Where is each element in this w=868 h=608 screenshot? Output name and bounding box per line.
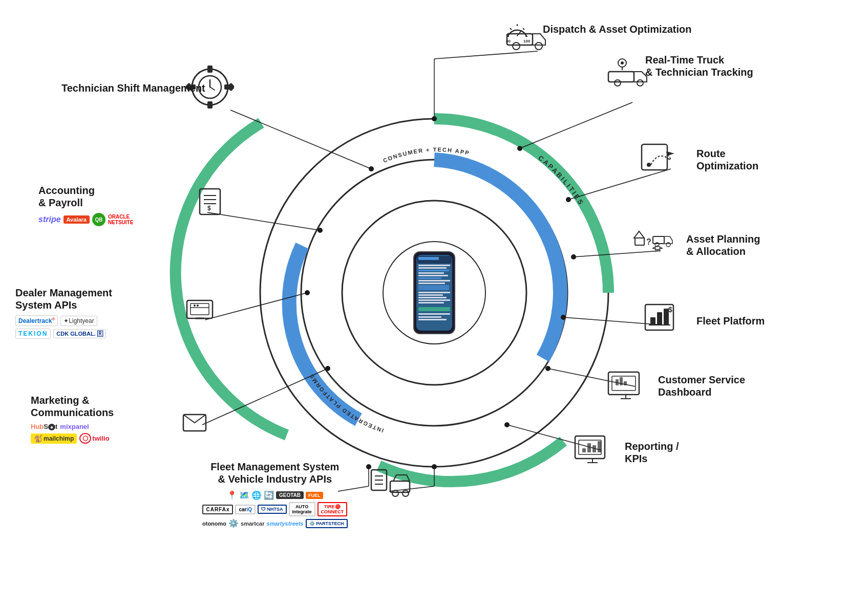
fleet-platform-label: Fleet Platform [696,315,765,327]
route-optimization-label: RouteOptimization [696,147,758,172]
svg-marker-104 [666,151,670,156]
svg-marker-106 [667,151,674,156]
smartystreets-logo: smartystreets [267,520,304,527]
svg-rect-51 [418,297,447,298]
svg-rect-125 [620,377,623,385]
svg-point-5 [369,166,374,171]
smartcar-logo: smartcar [241,520,264,527]
svg-point-16 [517,146,522,151]
svg-rect-110 [653,236,664,244]
svg-point-99 [618,59,626,67]
svg-point-112 [655,243,659,247]
svg-line-10 [202,368,328,425]
fleet-logos-row1: 📍 🗺️ 🌐 🔄 GEOTAB FUEL [202,490,348,500]
stripe-logo: stripe [38,215,61,224]
svg-point-1 [301,160,567,426]
svg-marker-84 [533,34,545,45]
tekion-logo: TEKION [15,329,51,339]
geotab-logo: GEOTAB [276,491,304,499]
customer-service-label: Customer ServiceDashboard [658,374,745,398]
svg-rect-39 [418,257,439,260]
svg-line-15 [520,102,632,148]
svg-point-26 [504,422,510,427]
svg-rect-53 [418,302,444,303]
dealer-logos: Dealertrack© ✦Lightyear [15,315,112,326]
svg-rect-128 [579,440,601,454]
svg-rect-50 [418,294,443,296]
svg-rect-55 [418,313,450,315]
dealer-management-section: Dealer ManagementSystem APIs Dealertrack… [15,287,112,339]
realtime-truck-label: Real-Time Truck& Technician Tracking [645,54,753,78]
accounting-payroll-section: Accounting& Payroll stripe Avalara QB OR… [38,184,133,226]
svg-rect-126 [624,381,627,385]
svg-rect-116 [657,312,662,325]
svg-text:?: ? [646,237,651,246]
svg-text:INTEGRATED PLATFORMS: INTEGRATED PLATFORMS [308,373,385,434]
accounting-payroll-title: Accounting& Payroll [38,184,133,209]
fleet-logos-row3: otonomo ⚙️ smartcar smartystreets ⚙️ PAR… [202,518,348,528]
svg-rect-61 [207,101,213,108]
svg-rect-54 [418,307,450,311]
partstech-logo: ⚙️ PARTSTECH [306,519,348,528]
svg-rect-66 [227,83,235,90]
svg-rect-135 [371,470,387,490]
svg-point-97 [615,80,621,86]
svg-line-21 [563,317,663,325]
svg-point-7 [317,228,323,233]
otonomo-logo: otonomo [202,520,226,527]
svg-rect-42 [418,270,449,271]
svg-line-13 [434,51,538,59]
avalara-logo: Avalara [63,215,90,224]
svg-rect-46 [418,280,450,281]
svg-rect-127 [575,436,605,459]
svg-line-90 [523,28,524,30]
fleet-logos-row2: CARFAx cariQ 🛡 NHTSA AUTOIntegrate TIRE🔴… [202,502,348,516]
diagram-container: CAPABILITIES CONSUMER + TECH APP INTEGRA… [0,0,868,608]
svg-rect-41 [418,267,447,269]
lightyear-logo: ✦Lightyear [60,316,97,326]
svg-point-22 [561,315,566,320]
svg-rect-75 [187,300,213,318]
svg-rect-48 [418,285,449,290]
svg-line-8 [205,293,307,320]
svg-point-113 [666,243,670,247]
tire-connect-logo: TIRE🔴CONNECT [317,502,348,516]
svg-rect-36 [414,252,455,334]
svg-point-32 [432,464,437,469]
fleet-management-title: Fleet Management System& Vehicle Industr… [202,461,348,485]
svg-line-31 [389,486,434,491]
svg-line-17 [568,169,671,200]
svg-rect-38 [417,256,452,264]
svg-rect-95 [608,72,634,82]
svg-rect-115 [650,317,655,325]
carfax-logo: CARFAx [202,505,233,514]
svg-line-23 [548,368,635,386]
svg-rect-57 [418,319,447,320]
svg-rect-120 [608,372,639,395]
svg-point-140 [392,490,398,496]
svg-point-18 [566,197,571,202]
svg-point-0 [260,119,608,467]
svg-point-79 [194,305,196,307]
svg-marker-107 [634,231,644,238]
dealertrack-logo: Dealertrack© [15,315,58,326]
svg-text:$: $ [668,306,672,314]
svg-point-3 [383,242,485,344]
svg-rect-121 [612,376,636,390]
fuel-logo: FUEL [306,492,323,499]
svg-line-25 [507,425,602,450]
cariq-logo: cariQ [235,505,256,514]
svg-text:$: $ [207,205,211,212]
svg-rect-124 [616,379,619,385]
reporting-kpis-label: Reporting /KPIs [625,440,679,465]
svg-line-4 [230,110,371,169]
svg-rect-47 [418,283,445,284]
svg-point-20 [571,254,576,259]
svg-text:80: 80 [506,39,511,44]
svg-line-6 [207,212,320,230]
marketing-comms-title: Marketing &Communications [31,394,114,419]
svg-line-69 [210,87,215,90]
svg-rect-132 [587,443,591,452]
svg-rect-56 [418,316,441,318]
oracle-netsuite-logo: ORACLENETSUITE [108,214,133,225]
